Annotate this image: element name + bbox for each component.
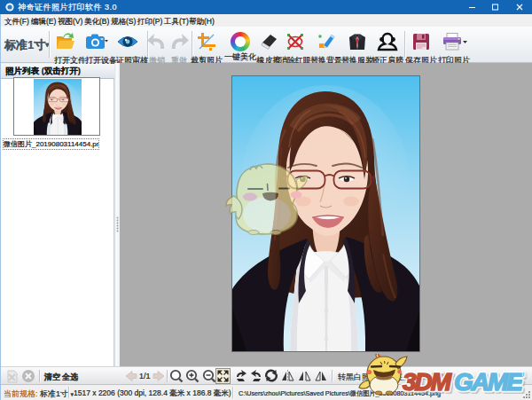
svg-text:3DM: 3DM [403,368,452,396]
svg-text:GAME: GAME [454,368,524,396]
